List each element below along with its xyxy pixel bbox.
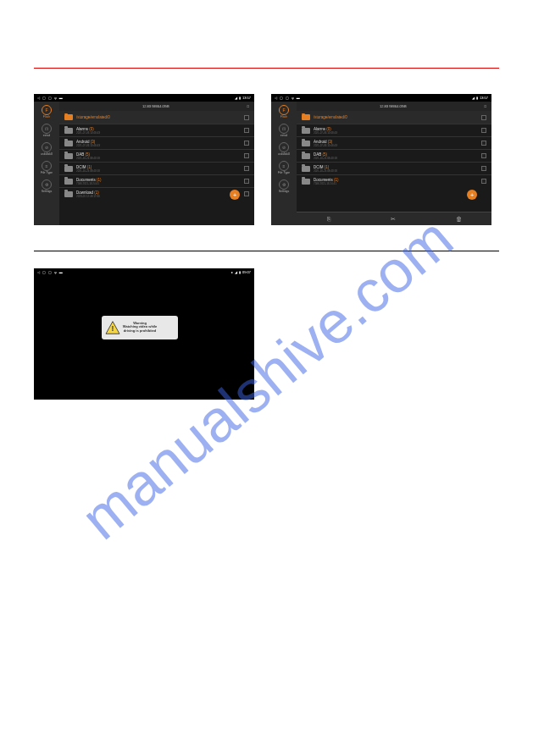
- usb-icon: ψ: [54, 96, 57, 100]
- folder-name: Documents: [76, 178, 96, 182]
- row-checkbox[interactable]: [244, 128, 249, 133]
- clock-time: 09:07: [242, 270, 251, 274]
- folder-name: Alarms: [76, 127, 88, 131]
- row-checkbox[interactable]: [244, 153, 249, 158]
- battery-icon: ▮: [239, 96, 241, 100]
- folder-name: Download: [76, 190, 93, 195]
- folder-count: (5): [323, 152, 328, 157]
- app-icon: ▢: [286, 96, 289, 100]
- list-item[interactable]: Alarms (0) 2021-07-06 10:48:43: [297, 124, 491, 136]
- row-checkbox[interactable]: [481, 128, 486, 133]
- folder-date: 2021-07-06 10:48:43: [314, 131, 478, 135]
- row-checkbox[interactable]: [244, 166, 249, 171]
- copy-icon[interactable]: ⎘: [327, 216, 330, 222]
- path-row[interactable]: /storage/emulated/0: [297, 111, 491, 124]
- status-icons-left: ◁ ▢ ▢ ψ ▬: [37, 96, 63, 100]
- sidebar-label: File Type: [278, 171, 290, 174]
- sidebar-item-extsd[interactable]: ⊡ extsd: [42, 124, 52, 137]
- cut-icon[interactable]: ✂: [391, 216, 396, 223]
- select-all-checkbox[interactable]: [244, 115, 249, 120]
- list-item[interactable]: DCIM (1) 2021-10-24 08:40:18: [59, 162, 254, 174]
- folder-name: Documents: [314, 178, 333, 182]
- list-item[interactable]: Alarms (0) 2021-07-06 10:48:43: [59, 124, 254, 136]
- folder-count: (0): [326, 127, 331, 131]
- list-item[interactable]: DAB (5) 2021-10-24 08:40:18: [59, 149, 254, 162]
- current-path: /storage/emulated/0: [76, 115, 241, 119]
- folder-icon: [64, 114, 73, 120]
- sidebar-item-extsd[interactable]: ⊡ extsd: [279, 124, 289, 137]
- flash-icon: F: [279, 105, 289, 115]
- current-path: /storage/emulated/0: [314, 115, 478, 119]
- sidebar-label: File Type: [41, 171, 53, 174]
- folder-count: (1): [87, 165, 92, 169]
- row-checkbox[interactable]: [244, 191, 249, 196]
- sidebar-item-usb[interactable]: ⊘ usbdisk0: [41, 142, 53, 156]
- row-checkbox[interactable]: [244, 179, 249, 184]
- battery-icon: ▮: [239, 270, 241, 274]
- list-item[interactable]: Download (1) 2020-01 12:48:17:08: [59, 187, 254, 200]
- folder-date: 7586 2021-13:24:41: [314, 182, 478, 185]
- file-manager-screenshot-2: ◁ ▢ ▢ ψ ▬ ◢ ▮ 13:57 F Flash: [271, 94, 491, 225]
- usb-icon: ψ: [54, 270, 57, 274]
- folder-count: (3): [328, 140, 333, 144]
- folder-date: 2020-01 12:48:17:08: [76, 195, 241, 198]
- folder-icon: [64, 153, 73, 159]
- back-icon: ◁: [37, 270, 40, 274]
- sidebar-item-flash[interactable]: F Flash: [279, 105, 289, 119]
- wifi-icon: ◢: [472, 96, 475, 100]
- list-item[interactable]: Documents (1) 7586 2021-13:24:41: [297, 174, 491, 187]
- list-item[interactable]: Android (3) 2021-07-06 10:48:43: [297, 136, 491, 149]
- select-all-checkbox[interactable]: [481, 115, 486, 120]
- folder-date: 7586 2021-13:24:41: [76, 182, 241, 185]
- folder-name: Alarms: [314, 127, 325, 131]
- folder-date: 2021-07-06 10:48:43: [314, 144, 478, 147]
- sidebar-item-filetype[interactable]: ≡ File Type: [278, 161, 290, 174]
- sidebar-item-usb[interactable]: ⊘ usbdisk0: [278, 142, 290, 156]
- status-icons-right: ▸ ◢ ▮ 09:07: [231, 270, 251, 274]
- folder-date: 2021-10-24 08:40:18: [76, 157, 241, 160]
- add-button[interactable]: +: [230, 190, 240, 200]
- flash-icon: F: [42, 105, 52, 115]
- row-checkbox[interactable]: [481, 153, 486, 158]
- list-item[interactable]: DCIM (1) 2021-10-24 08:40:18: [297, 162, 491, 174]
- sidebar-item-filetype[interactable]: ≡ File Type: [41, 161, 53, 174]
- folder-icon: [302, 166, 310, 172]
- warning-line2: driving is prohibited: [123, 329, 158, 334]
- gear-icon: ⚙: [279, 179, 289, 190]
- folder-name: DCIM: [76, 165, 86, 169]
- warning-text: Warning Watching video while driving is …: [123, 322, 158, 334]
- folder-icon: [64, 128, 73, 134]
- menu-icon[interactable]: □: [247, 104, 249, 108]
- app-icon: ▬: [297, 96, 300, 100]
- sidebar-label: Settings: [42, 190, 53, 193]
- storage-header: 12.83 GB/64.0GB □: [59, 102, 254, 111]
- folder-name: Android: [76, 140, 90, 144]
- sidebar-item-settings[interactable]: ⚙ Settings: [42, 179, 53, 193]
- list-item[interactable]: Documents (1) 7586 2021-13:24:41: [59, 174, 254, 187]
- list-item[interactable]: Android (3) 2021-07-06 10:48:43: [59, 136, 254, 149]
- wifi-icon: ◢: [235, 96, 237, 100]
- sidebar-item-flash[interactable]: F Flash: [42, 105, 52, 119]
- folder-date: 2021-10-24 08:40:18: [76, 169, 241, 173]
- row-checkbox[interactable]: [481, 166, 486, 171]
- sidebar-item-settings[interactable]: ⚙ Settings: [279, 179, 290, 193]
- file-manager-sidebar: F Flash ⊡ extsd ⊘ usbdisk0 ≡ File Type: [271, 102, 297, 225]
- back-icon: ◁: [275, 96, 277, 100]
- path-row[interactable]: /storage/emulated/0: [59, 111, 254, 124]
- delete-icon[interactable]: 🗑: [456, 216, 462, 222]
- row-checkbox[interactable]: [481, 179, 486, 184]
- row-checkbox[interactable]: [481, 141, 486, 146]
- sidebar-label: Flash: [43, 115, 51, 119]
- folder-count: (0): [89, 127, 94, 131]
- screenshot-row-1: ◁ ▢ ▢ ψ ▬ ◢ ▮ 13:57 F Flash: [34, 94, 499, 225]
- filetype-icon: ≡: [42, 161, 52, 171]
- sd-icon: ⊡: [42, 124, 52, 134]
- warning-dialog: ! Warning Watching video while driving i…: [102, 316, 178, 339]
- add-button[interactable]: +: [467, 190, 477, 200]
- menu-icon[interactable]: □: [485, 104, 486, 108]
- divider-top: [34, 68, 499, 69]
- list-item[interactable]: DAB (5) 2021-10-24 08:40:18: [297, 149, 491, 162]
- row-checkbox[interactable]: [244, 141, 249, 146]
- app-icon: ▢: [42, 96, 46, 100]
- folder-count: (1): [325, 165, 330, 169]
